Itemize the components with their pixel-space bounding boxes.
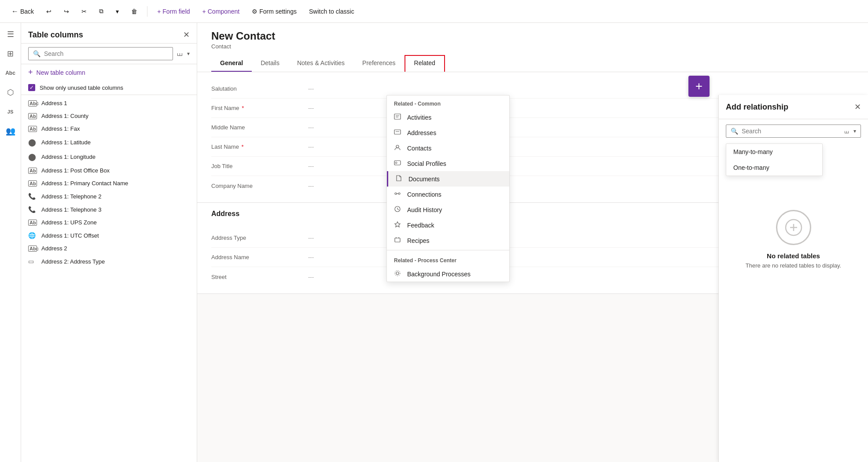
component-button[interactable]: + Component [198,6,244,17]
search-input[interactable] [44,50,168,57]
firstname-label: First Name * [211,105,308,111]
tab-details[interactable]: Details [252,55,288,72]
ab-icon-3: Ab [28,168,37,174]
filter-icon[interactable]: ⧢ [177,50,184,58]
tab-notes[interactable]: Notes & Activities [288,55,353,72]
related-item-recipes[interactable]: Recipes [387,233,509,248]
sidebar-item-address1-utc[interactable]: 🌐 Address 1: UTC Offset [21,229,197,242]
redo-button[interactable]: ↪ [59,6,74,17]
sidebar-item-address1-county[interactable]: Ab Address 1: County [21,110,197,122]
new-table-column-button[interactable]: + New table column [21,64,197,81]
form-field-button[interactable]: + Form field [153,6,194,17]
related-item-contacts[interactable]: Contacts [387,140,509,156]
panel-close-button[interactable]: ✕ [854,102,861,112]
switch-classic-label: Switch to classic [309,8,354,15]
phone-icon: 📞 [28,193,37,200]
sidebar-item-address1-ups[interactable]: Ab Address 1: UPS Zone [21,216,197,229]
panel-search-box[interactable]: 🔍 ⧢ ▾ [726,125,861,138]
panel-title: Add relationship [726,103,788,112]
companyname-label: Company Name [211,183,308,189]
sidebar-search-box[interactable]: 🔍 [28,47,173,60]
sidebar: Table columns ✕ 🔍 ⧢ ▾ + New table column… [21,23,197,462]
svg-point-5 [396,145,399,148]
redo-icon: ↪ [64,8,69,15]
related-item-documents[interactable]: Documents [387,171,509,187]
related-separator [387,250,509,250]
chevron-panel-icon[interactable]: ▾ [853,128,856,134]
background-icon [394,270,403,278]
sidebar-item-address1-latitude[interactable]: ⬤ Address 1: Latitude [21,135,197,150]
related-item-audit[interactable]: Audit History [387,202,509,217]
plus-icon: + [157,8,161,15]
sidebar-item-label: Address 2 [41,245,67,252]
tab-general[interactable]: General [211,55,252,72]
related-item-social[interactable]: Social Profiles [387,156,509,171]
panel-search-input[interactable] [742,128,840,135]
sidebar-item-address1-primary[interactable]: Ab Address 1: Primary Contact Name [21,177,197,190]
related-item-feedback[interactable]: Feedback [387,217,509,233]
delete-button[interactable]: 🗑 [127,6,142,17]
related-item-connections[interactable]: Connections [387,187,509,202]
tab-preferences[interactable]: Preferences [353,55,404,72]
tab-related[interactable]: Related [405,55,445,72]
sidebar-header: Table columns ✕ [21,23,197,44]
sidebar-item-label: Address 1: Telephone 2 [41,193,101,200]
filter-panel-icon[interactable]: ⧢ [844,128,850,135]
feedback-icon [394,221,403,229]
copy-icon: ⧉ [99,7,103,15]
related-item-addresses[interactable]: Addresses [387,125,509,140]
nav-menu-icon[interactable]: ☰ [3,26,18,42]
chevron-filter-icon[interactable]: ▾ [187,51,190,57]
sidebar-item-address1[interactable]: Abc Address 1 [21,97,197,110]
sidebar-item-address1-tel3[interactable]: 📞 Address 1: Telephone 3 [21,203,197,216]
sidebar-item-address1-pobox[interactable]: Ab Address 1: Post Office Box [21,164,197,177]
sidebar-item-address1-longitude[interactable]: ⬤ Address 1: Longitude [21,150,197,164]
related-item-background[interactable]: Background Processes [387,266,509,282]
sidebar-item-address1-fax[interactable]: Ab Address 1: Fax [21,122,197,135]
addressname-label: Address Name [211,254,308,260]
show-unused-row: ✓ Show only unused table columns [21,81,197,95]
one-to-many-option[interactable]: One-to-many [726,160,822,176]
cut-button[interactable]: ✂ [77,6,91,17]
form-tabs: General Details Notes & Activities Prefe… [211,55,854,72]
social-label: Social Profiles [407,160,446,167]
svg-point-9 [398,193,400,194]
cut-icon: ✂ [81,8,87,15]
related-item-activities[interactable]: Activities [387,110,509,125]
nav-js-icon[interactable]: JS [3,104,18,120]
add-relationship-button[interactable]: + [688,76,710,97]
copy-button[interactable]: ⧉ [95,6,108,17]
ab-icon-4: Ab [28,180,37,187]
nav-grid-icon[interactable]: ⊞ [3,46,18,62]
abc-icon-2: Abc [28,246,37,252]
jobtitle-label: Job Title [211,163,308,169]
svg-point-17 [395,271,400,276]
feedback-label: Feedback [407,222,434,229]
nav-people-icon[interactable]: 👥 [3,123,18,139]
sidebar-close-button[interactable]: ✕ [183,30,190,40]
background-label: Background Processes [407,271,471,278]
related-dropdown-menu: Related - Common Activities Addresses [386,95,510,282]
new-col-label: New table column [37,69,85,76]
show-unused-checkbox[interactable]: ✓ [28,84,35,91]
sidebar-item-address2[interactable]: Abc Address 2 [21,242,197,255]
salutation-label: Salutation [211,85,308,92]
sidebar-item-label: Address 1: UPS Zone [41,219,97,226]
sidebar-item-label: Address 1: Telephone 3 [41,206,101,213]
nav-component-icon[interactable]: ⬡ [3,84,18,100]
sidebar-item-address2-type[interactable]: ▭ Address 2: Address Type [21,255,197,268]
dropdown-button[interactable]: ▾ [111,6,123,17]
sidebar-item-label: Address 1: Latitude [41,139,91,146]
middlename-label: Middle Name [211,124,308,131]
show-unused-label: Show only unused table columns [40,84,123,91]
form-settings-button[interactable]: ⚙ Form settings [247,6,301,17]
undo-icon: ↩ [46,8,51,15]
switch-classic-button[interactable]: Switch to classic [305,6,359,17]
undo-button[interactable]: ↩ [42,6,56,17]
back-icon: ← [11,7,18,15]
circle-icon: ⬤ [28,138,37,147]
sidebar-item-address1-tel2[interactable]: 📞 Address 1: Telephone 2 [21,190,197,203]
back-button[interactable]: ← Back [7,6,38,17]
many-to-many-option[interactable]: Many-to-many [726,144,822,160]
nav-abc-icon[interactable]: Abc [3,65,18,81]
